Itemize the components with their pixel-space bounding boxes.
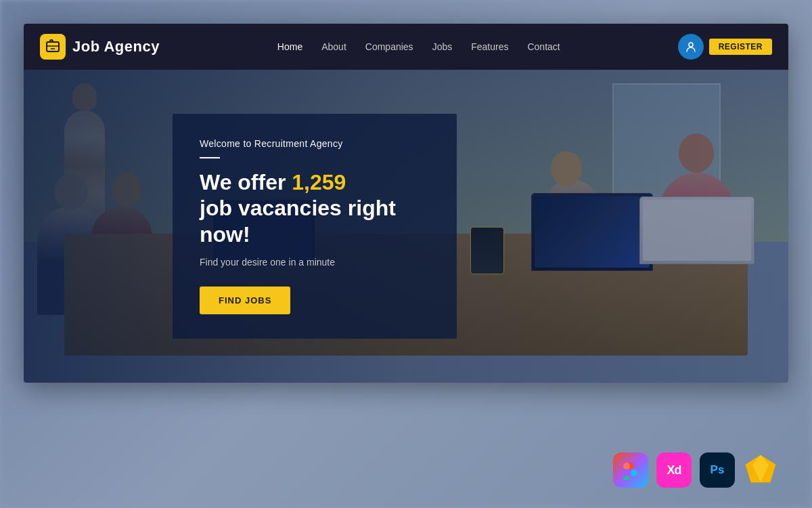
main-card: Job Agency Home About Companies Jobs Fea…: [24, 24, 788, 383]
hero-description: Find your desire one in a minute: [200, 257, 430, 268]
svg-rect-0: [47, 42, 59, 51]
sketch-icon: [743, 452, 778, 488]
svg-point-8: [631, 469, 637, 476]
nav-link-features[interactable]: Features: [471, 41, 508, 52]
nav-links: Home About Companies Jobs Features Conta…: [277, 41, 560, 53]
hero-content-box: Welcome to Recruitment Agency We offer 1…: [173, 114, 457, 339]
nav-link-home[interactable]: Home: [277, 41, 302, 52]
logo[interactable]: Job Agency: [40, 34, 160, 60]
nav-item-contact[interactable]: Contact: [527, 41, 560, 53]
svg-point-3: [689, 43, 693, 47]
hero-subtitle: Welcome to Recruitment Agency: [200, 138, 430, 149]
headline-suffix: job vacancies right now!: [200, 196, 396, 246]
headline-accent: 1,259: [292, 170, 346, 194]
photoshop-icon: Ps: [700, 452, 735, 488]
find-jobs-button[interactable]: FIND JOBS: [200, 287, 290, 314]
svg-rect-5: [623, 463, 630, 469]
register-icon: [678, 34, 704, 60]
nav-link-contact[interactable]: Contact: [527, 41, 560, 52]
adobe-xd-icon: Xd: [656, 452, 692, 488]
headline-prefix: We offer: [200, 170, 292, 194]
nav-link-jobs[interactable]: Jobs: [432, 41, 453, 52]
hero-headline: We offer 1,259 job vacancies right now!: [200, 169, 430, 247]
nav-item-jobs[interactable]: Jobs: [432, 41, 453, 53]
nav-link-companies[interactable]: Companies: [365, 41, 413, 52]
nav-link-about[interactable]: About: [321, 41, 346, 52]
nav-item-home[interactable]: Home: [277, 41, 302, 53]
figma-icon: [613, 452, 648, 488]
tools-bar: Xd Ps: [613, 452, 778, 488]
svg-rect-7: [623, 476, 630, 480]
nav-item-features[interactable]: Features: [471, 41, 508, 53]
svg-rect-6: [623, 469, 630, 476]
register-area: REGISTER: [678, 34, 772, 60]
nav-item-companies[interactable]: Companies: [365, 41, 413, 53]
hero-section: Welcome to Recruitment Agency We offer 1…: [24, 70, 788, 383]
register-button[interactable]: REGISTER: [709, 39, 772, 55]
nav-item-about[interactable]: About: [321, 41, 346, 53]
hero-divider: [200, 157, 220, 158]
navbar: Job Agency Home About Companies Jobs Fea…: [24, 24, 788, 70]
logo-icon: [40, 34, 66, 60]
logo-text: Job Agency: [72, 38, 160, 56]
